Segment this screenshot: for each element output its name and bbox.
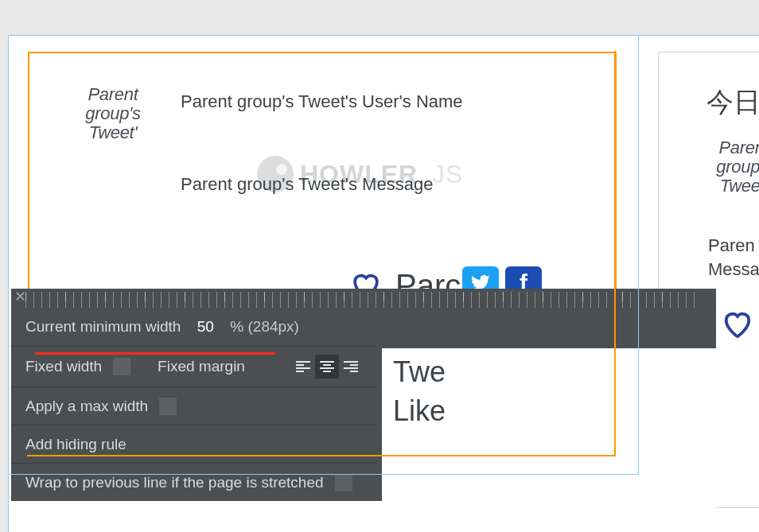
min-width-label: Current minimum width [25,318,181,336]
max-width-checkbox[interactable] [159,398,177,415]
outer-selection-bottom [8,474,638,475]
heart-icon[interactable] [722,310,753,337]
svg-rect-5 [323,364,331,366]
max-width-row: Apply a max width [11,386,377,425]
card2-title: 今日 [706,84,759,121]
hiding-rule-label: Add hiding rule [25,436,127,453]
svg-rect-6 [320,367,334,369]
svg-rect-8 [344,361,358,363]
align-center-button[interactable] [315,355,339,379]
close-icon[interactable]: ✕ [14,288,26,305]
user-name-partial: Paren [708,235,755,256]
wrap-row: Wrap to previous line if the page is str… [11,463,377,501]
outer-selection-right [638,35,639,475]
min-width-input[interactable] [192,318,219,336]
min-width-row: Current minimum width % (284px) [11,308,716,346]
fixed-margin-label: Fixed margin [158,358,245,375]
max-width-label: Apply a max width [25,398,148,415]
hiding-rule-row[interactable]: Add hiding rule [11,425,377,463]
svg-rect-11 [350,371,358,372]
min-width-unit: % (284px) [230,318,299,336]
fixed-width-label: Fixed width [25,358,102,375]
wrap-checkbox[interactable] [335,474,352,491]
message-partial: Messa [708,259,759,280]
annotation-underline [35,352,275,355]
svg-rect-9 [350,364,358,366]
svg-rect-10 [344,367,358,369]
avatar-placeholder: Parent group's Tweet' [77,85,149,143]
svg-rect-2 [296,367,310,369]
fixed-width-checkbox[interactable] [113,358,130,375]
responsive-editor-panel[interactable]: ✕ Current minimum width % (284px) Fixed … [11,289,716,501]
tweet-message-text: Parent group's Tweet's Message [181,174,433,195]
svg-rect-7 [323,371,331,372]
avatar-placeholder: Parent group's Tweet' [708,138,759,196]
svg-rect-0 [296,361,310,363]
width-ruler[interactable] [25,292,702,308]
selection-border-right [614,51,616,456]
align-right-button[interactable] [339,355,363,379]
svg-rect-3 [296,371,304,372]
svg-rect-4 [320,361,334,363]
selection-border-bottom [27,455,616,456]
align-left-button[interactable] [291,355,315,379]
wrap-label: Wrap to previous line if the page is str… [25,474,324,491]
svg-rect-1 [296,364,304,366]
user-name-text: Parent group's Tweet's User's Name [181,91,463,112]
alignment-group [291,355,363,379]
below-card-text: Twe Like [393,353,446,430]
